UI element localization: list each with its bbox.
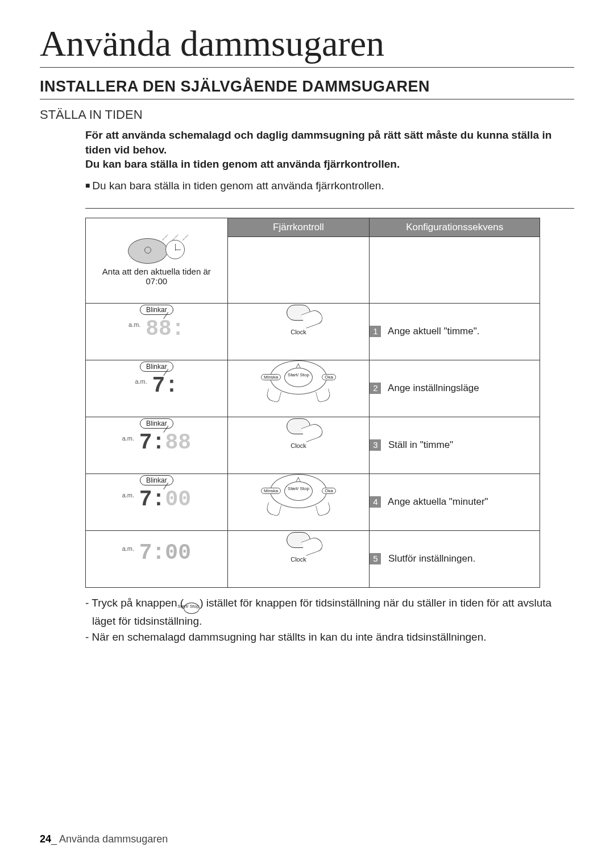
finger-press-icon bbox=[265, 388, 281, 403]
step-number: 5 bbox=[370, 553, 381, 564]
step-number: 2 bbox=[370, 383, 381, 394]
table-row: Blinkar a.m. 7:00 △ Minska Öka Start/ St… bbox=[86, 474, 540, 530]
clock-button-icon bbox=[287, 305, 310, 321]
step-number: 3 bbox=[370, 439, 381, 451]
table-row: Blinkar a.m. 7:88 Clock 3 Ställ in "timm… bbox=[86, 417, 540, 474]
remote-cell: Clock bbox=[227, 530, 370, 587]
control-wheel-icon: △ Minska Öka Start/ Stop bbox=[264, 474, 333, 514]
finger-press-icon bbox=[301, 422, 325, 442]
seven-segment: 7:88 bbox=[139, 432, 191, 454]
finger-press-icon bbox=[301, 308, 325, 329]
ampm-label: a.m. bbox=[122, 435, 134, 442]
clock-button-label: Clock bbox=[228, 442, 370, 449]
remote-cell: △ Minska Öka Start/ Stop bbox=[227, 474, 370, 530]
bullet-note: Du kan bara ställa in tiden genom att an… bbox=[85, 180, 574, 209]
control-wheel-icon: △ Minska Öka Start/ Stop bbox=[264, 360, 333, 400]
minska-label: Minska bbox=[261, 374, 281, 380]
table-row: Blinkar a.m. 7: △ Minska Öka Start/ Stop bbox=[86, 360, 540, 417]
page-footer: 24_ Använda dammsugaren bbox=[40, 833, 168, 845]
table-row: Blinkar a.m. 88: Clock 1 Ange aktuell "t… bbox=[86, 303, 540, 360]
finger-press-icon bbox=[316, 388, 331, 403]
note-1: - Tryck på knappen (Start/ Stop) iställe… bbox=[85, 596, 574, 629]
step-text: Ange aktuell "timme". bbox=[388, 326, 479, 337]
configuration-table: ⟋⟋⟋ Anta att den aktuella tiden är 07:00… bbox=[85, 218, 540, 588]
step-number: 1 bbox=[370, 326, 381, 337]
step-text: Ställ in "timme" bbox=[388, 439, 453, 450]
desc-cell: 3 Ställ in "timme" bbox=[370, 417, 540, 474]
ampm-label: a.m. bbox=[128, 321, 140, 328]
notes-block: - Tryck på knappen (Start/ Stop) iställe… bbox=[85, 596, 574, 644]
remote-cell: Clock bbox=[227, 303, 370, 360]
step-text: Ange aktuella "minuter" bbox=[388, 496, 488, 507]
subsection-title: STÄLLA IN TIDEN bbox=[40, 107, 574, 122]
robot-icon bbox=[128, 238, 168, 264]
clock-button-label: Clock bbox=[228, 329, 370, 335]
intro-cell-line2: 07:00 bbox=[86, 276, 227, 286]
alarm-clock-icon bbox=[165, 240, 185, 259]
robot-clock-illustration: ⟋⟋⟋ bbox=[128, 235, 185, 267]
remote-cell: Clock bbox=[227, 417, 370, 474]
page: Använda dammsugaren INSTALLERA DEN SJÄLV… bbox=[0, 0, 614, 868]
start-stop-label: Start/ Stop bbox=[284, 368, 313, 387]
seven-segment: 7: bbox=[152, 375, 179, 397]
intro-illustration-cell: ⟋⟋⟋ Anta att den aktuella tiden är 07:00 bbox=[86, 218, 228, 303]
remote-cell: △ Minska Öka Start/ Stop bbox=[227, 360, 370, 417]
display-cell: Blinkar a.m. 7: bbox=[86, 360, 228, 417]
minska-label: Minska bbox=[261, 488, 281, 494]
step-number: 4 bbox=[370, 496, 381, 508]
section-title: INSTALLERA DEN SJÄLVGÅENDE DAMMSUGAREN bbox=[40, 78, 574, 99]
note-1-prefix: - Tryck på knappen ( bbox=[85, 597, 184, 609]
blinkar-badge: Blinkar bbox=[140, 418, 173, 429]
blinkar-badge: Blinkar bbox=[140, 362, 173, 372]
finger-press-icon bbox=[265, 502, 281, 517]
desc-cell: 5 Slutför inställningen. bbox=[370, 530, 540, 587]
display-cell: Blinkar a.m. 7:00 bbox=[86, 474, 228, 530]
desc-cell-empty bbox=[370, 236, 540, 303]
display-cell: a.m. 7:00 bbox=[86, 530, 228, 587]
start-stop-inline-icon: Start/ Stop bbox=[184, 603, 200, 614]
document-title: Använda dammsugaren bbox=[40, 23, 574, 68]
ampm-label: a.m. bbox=[122, 492, 134, 499]
desc-cell: 1 Ange aktuell "timme". bbox=[370, 303, 540, 360]
ampm-label: a.m. bbox=[122, 545, 134, 552]
seven-segment: 88: bbox=[146, 318, 184, 340]
intro-line-2: Du kan bara ställa in tiden genom att an… bbox=[85, 157, 574, 172]
desc-cell: 4 Ange aktuella "minuter" bbox=[370, 474, 540, 530]
clock-button-icon bbox=[287, 418, 310, 434]
intro-block: För att använda schemalagd och daglig da… bbox=[85, 128, 574, 172]
start-stop-label: Start/ Stop bbox=[284, 481, 313, 501]
clock-button-icon bbox=[287, 532, 310, 548]
blinkar-badge: Blinkar bbox=[140, 305, 173, 315]
finger-press-icon bbox=[316, 502, 331, 517]
display-cell: Blinkar a.m. 88: bbox=[86, 303, 228, 360]
header-config: Konfigurationssekvens bbox=[370, 218, 540, 236]
blinkar-badge: Blinkar bbox=[140, 475, 173, 485]
footer-text: Använda dammsugaren bbox=[59, 833, 168, 845]
seven-segment: 7:00 bbox=[139, 542, 191, 564]
ampm-label: a.m. bbox=[135, 378, 147, 385]
oka-label: Öka bbox=[322, 488, 336, 494]
intro-cell-line1: Anta att den aktuella tiden är bbox=[86, 267, 227, 276]
clock-button-label: Clock bbox=[228, 556, 370, 563]
oka-label: Öka bbox=[322, 374, 336, 380]
finger-press-icon bbox=[301, 535, 325, 556]
intro-line-1: För att använda schemalagd och daglig da… bbox=[85, 128, 574, 157]
seven-segment: 7:00 bbox=[139, 489, 191, 510]
display-cell: Blinkar a.m. 7:88 bbox=[86, 417, 228, 474]
desc-cell: 2 Ange inställningsläge bbox=[370, 360, 540, 417]
page-number: 24 bbox=[40, 833, 51, 845]
step-text: Ange inställningsläge bbox=[388, 383, 479, 393]
step-text: Slutför inställningen. bbox=[388, 553, 475, 564]
remote-cell-empty bbox=[227, 236, 370, 303]
table-header-row: ⟋⟋⟋ Anta att den aktuella tiden är 07:00… bbox=[86, 218, 540, 236]
header-remote: Fjärrkontroll bbox=[227, 218, 370, 236]
note-2: - När en schemalagd dammsugning har stäl… bbox=[85, 630, 574, 645]
footer-sep: _ bbox=[51, 833, 59, 845]
table-row: a.m. 7:00 Clock 5 Slutför inställningen. bbox=[86, 530, 540, 587]
